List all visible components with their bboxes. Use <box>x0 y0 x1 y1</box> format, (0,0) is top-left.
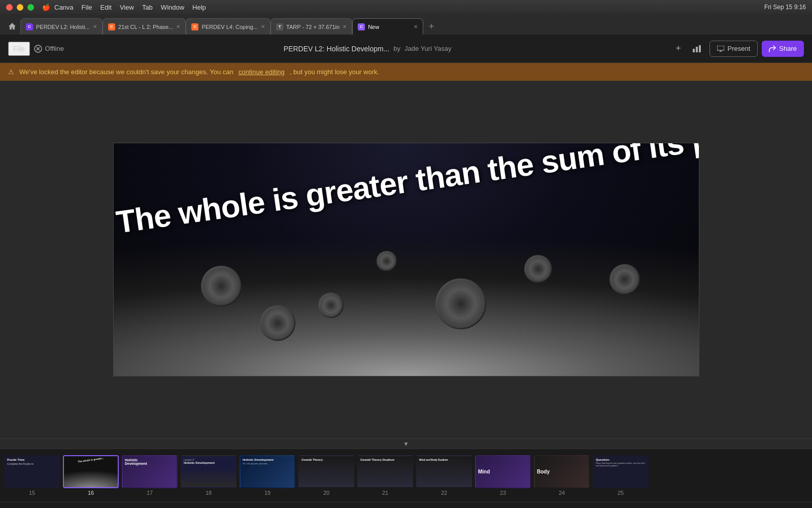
filmstrip-slide-23[interactable]: Mind 23 <box>475 455 531 496</box>
warning-icon: ⚠ <box>8 68 14 76</box>
slide-19-thumbnail: Holistic Development SC: cell, physical,… <box>240 455 295 488</box>
crater-4 <box>610 264 640 295</box>
document-author-by: by <box>393 45 400 52</box>
maximize-button[interactable] <box>27 4 34 11</box>
browser-tab-1[interactable]: C PERDEV L2: Holisti... ✕ <box>20 18 103 35</box>
slide-18-number: 18 <box>206 490 212 496</box>
bottom-bar: Duration Timer Page 16 / 70 63% <box>0 502 812 508</box>
share-icon <box>769 45 776 52</box>
crater-2 <box>318 293 344 318</box>
browser-tab-4[interactable]: T TARP - 72 × 37.671in ✕ <box>270 18 352 35</box>
continue-editing-link[interactable]: continue editing <box>239 68 285 76</box>
slide-canvas[interactable]: The whole is greater than the sum of its… <box>113 143 699 376</box>
toolbar-center: PERDEV L2: Holistic Developm... by Jade … <box>64 45 671 53</box>
menu-edit[interactable]: Edit <box>100 4 112 11</box>
browser-tab-3[interactable]: C PERDEV L4: Coping... ✕ <box>186 18 270 35</box>
add-button[interactable]: + <box>671 42 685 56</box>
filmstrip-slide-15[interactable]: Puzzle Time Complete the Puzzle to 15 <box>4 455 60 496</box>
tab4-favicon: T <box>276 23 283 30</box>
close-button[interactable] <box>6 4 13 11</box>
menu-file[interactable]: File <box>82 4 92 11</box>
svg-rect-1 <box>693 49 695 52</box>
slide-15-number: 15 <box>29 490 35 496</box>
app-logo: 🍎 <box>42 4 50 11</box>
filmstrip: Puzzle Time Complete the Puzzle to 15 Th… <box>0 449 812 502</box>
tab2-favicon: C <box>108 23 115 30</box>
filmstrip-slide-20[interactable]: Gestalt Theory 20 <box>298 455 354 496</box>
toolbar-right: + Present Share <box>671 41 804 57</box>
slide-20-number: 20 <box>323 490 329 496</box>
filmstrip-slide-17[interactable]: Holistic Development 17 <box>122 455 178 496</box>
slide-19-number: 19 <box>264 490 270 496</box>
share-button[interactable]: Share <box>762 41 804 57</box>
help-button[interactable]: ? <box>790 506 804 509</box>
slide-16-thumbnail: The whole is greater... <box>63 455 119 488</box>
tab1-title: PERDEV L2: Holisti... <box>36 24 90 30</box>
crater-3 <box>435 278 486 329</box>
tab3-close[interactable]: ✕ <box>261 24 265 29</box>
canvas-container[interactable]: The whole is greater than the sum of its… <box>0 81 812 438</box>
titlebar-right: Fri Sep 15 9:16 <box>764 4 806 11</box>
offline-status: Offline <box>34 45 64 53</box>
crater-5 <box>377 251 397 271</box>
app-toolbar: File Offline PERDEV L2: Holistic Develop… <box>0 35 812 63</box>
time-display: Fri Sep 15 9:16 <box>764 4 806 11</box>
tab2-title: 21st CL - L 2: Phase... <box>118 24 174 30</box>
window-controls[interactable] <box>6 4 34 11</box>
new-tab-button[interactable]: + <box>423 18 439 35</box>
present-button[interactable]: Present <box>709 41 758 57</box>
svg-rect-4 <box>717 46 724 50</box>
filmstrip-slide-19[interactable]: Holistic Development SC: cell, physical,… <box>240 455 295 496</box>
home-tab[interactable] <box>4 18 20 35</box>
slide-25-thumbnail: Question: Given that they are two separa… <box>593 455 649 488</box>
tab5-favicon: C <box>358 23 365 30</box>
slide-17-thumbnail: Holistic Development <box>122 455 178 488</box>
slide-15-thumbnail: Puzzle Time Complete the Puzzle to <box>4 455 60 488</box>
slide-22-thumbnail: Mind and Body Dualism <box>416 455 472 488</box>
browser-tab-5[interactable]: C New ✕ <box>352 18 423 35</box>
menu-tab[interactable]: Tab <box>142 4 153 11</box>
slide-24-thumbnail: Body <box>534 455 590 488</box>
svg-rect-2 <box>696 47 698 52</box>
present-label: Present <box>727 45 750 52</box>
filmstrip-slide-16[interactable]: The whole is greater... 16 <box>63 455 119 496</box>
analytics-button[interactable] <box>689 42 705 56</box>
offline-label: Offline <box>45 45 64 52</box>
tab1-close[interactable]: ✕ <box>93 24 97 29</box>
file-menu-button[interactable]: File <box>8 42 30 56</box>
filmstrip-slide-21[interactable]: Gestalt Theory Dualism 21 <box>357 455 413 496</box>
minimize-button[interactable] <box>17 4 23 11</box>
collapse-handle[interactable]: ▼ <box>0 438 812 449</box>
crater-1 <box>201 266 242 306</box>
menu-bar[interactable]: Canva File Edit View Tab Window Help <box>54 4 206 11</box>
menu-view[interactable]: View <box>120 4 134 11</box>
slide-22-number: 22 <box>441 490 447 496</box>
tab5-title: New <box>368 24 411 30</box>
fullscreen-button[interactable] <box>769 506 784 509</box>
slide-21-thumbnail: Gestalt Theory Dualism <box>357 455 413 488</box>
slide-25-number: 25 <box>618 490 624 496</box>
slide-23-number: 23 <box>500 490 506 496</box>
menu-canva[interactable]: Canva <box>54 4 74 11</box>
share-label: Share <box>779 45 797 52</box>
browser-tab-2[interactable]: C 21st CL - L 2: Phase... ✕ <box>103 18 186 35</box>
offline-icon <box>34 45 42 53</box>
titlebar: 🍎 Canva File Edit View Tab Window Help F… <box>0 0 812 14</box>
tab5-close[interactable]: ✕ <box>414 24 418 29</box>
svg-rect-3 <box>699 45 701 52</box>
tab4-close[interactable]: ✕ <box>343 24 347 29</box>
filmstrip-slide-25[interactable]: Question: Given that they are two separa… <box>593 455 649 496</box>
crater-7 <box>524 255 552 283</box>
tab1-favicon: C <box>26 23 33 30</box>
menu-window[interactable]: Window <box>161 4 184 11</box>
menu-help[interactable]: Help <box>192 4 206 11</box>
warning-message: We've locked the editor because we could… <box>19 68 233 76</box>
grid-view-button[interactable] <box>749 506 763 509</box>
filmstrip-slide-22[interactable]: Mind and Body Dualism 22 <box>416 455 472 496</box>
chevron-down-icon: ▼ <box>403 440 409 448</box>
filmstrip-slide-18[interactable]: Lesson 8 Holistic Development 18 <box>181 455 236 496</box>
filmstrip-slide-24[interactable]: Body 24 <box>534 455 590 496</box>
slide-21-number: 21 <box>382 490 388 496</box>
tab3-title: PERDEV L4: Coping... <box>201 24 258 30</box>
tab2-close[interactable]: ✕ <box>176 24 180 29</box>
